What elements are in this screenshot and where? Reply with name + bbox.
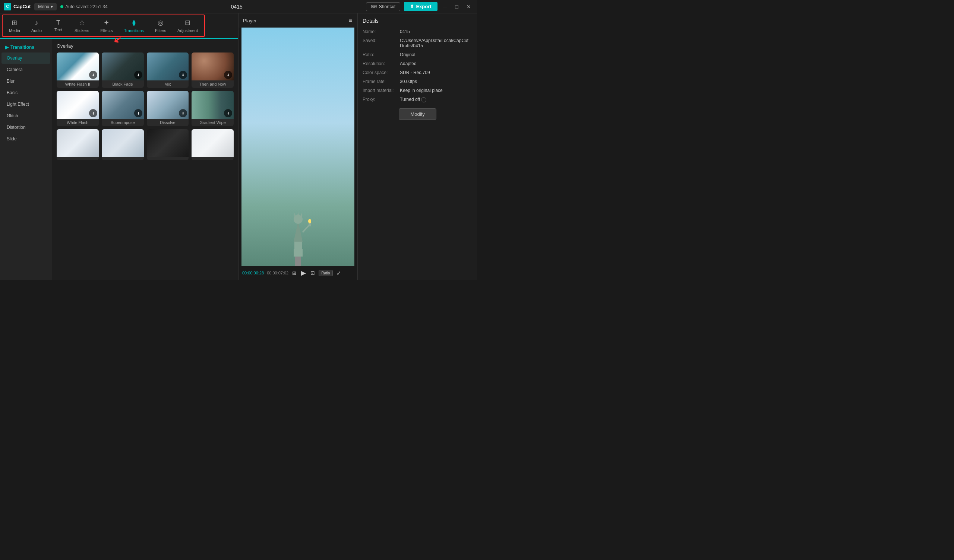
detail-ratio-label: Ratio: [363,52,400,58]
tab-transitions[interactable]: ⧫ Transitions [119,16,149,35]
svg-line-8 [302,225,309,232]
titlebar-right: ⌨ Shortcut ⬆ Export ─ □ ✕ [366,2,473,11]
svg-marker-7 [299,213,302,218]
sidebar-item-slide[interactable]: Slide [2,133,50,145]
detail-name-label: Name: [363,29,400,34]
transition-superimpose[interactable]: ⬇ Superimpose [102,91,144,126]
detail-resolution-value: Adapted [400,61,472,66]
thumb-row3d [192,129,234,157]
menu-button[interactable]: Menu ▾ [34,3,57,11]
shortcut-button[interactable]: ⌨ Shortcut [366,2,401,11]
download-white-flash-ii[interactable]: ⬇ [89,71,97,79]
screenshot-button[interactable]: ⊡ [310,269,316,277]
svg-point-10 [308,219,311,223]
svg-marker-5 [297,212,299,217]
download-mix[interactable]: ⬇ [179,71,187,79]
transition-row3d[interactable] [192,129,234,160]
transitions-label: Transitions [124,28,144,33]
close-button[interactable]: ✕ [465,3,473,11]
detail-saved-value: C:/Users/A/AppData/Local/CapCut Drafts/0… [400,38,472,48]
triangle-icon: ▶ [5,45,9,50]
download-black-fade[interactable]: ⬇ [134,71,142,79]
logo-text: CapCut [13,4,31,9]
sidebar-item-blur[interactable]: Blur [2,76,50,87]
sidebar-item-overlay[interactable]: Overlay [2,53,50,64]
tab-effects[interactable]: ✦ Effects [95,16,118,35]
text-icon: T [56,19,60,26]
transition-row3c[interactable] [147,129,189,160]
label-white-flash-ii: White Flash II [57,81,99,88]
transition-row3b[interactable] [102,129,144,160]
tab-media[interactable]: ⊞ Media [4,16,25,35]
tab-audio[interactable]: ♪ Audio [26,16,47,35]
transition-black-fade[interactable]: ⬇ Black Fade [102,53,144,88]
menu-label: Menu [38,4,49,9]
minimize-button[interactable]: ─ [441,3,449,11]
main-area: ⊞ Media ♪ Audio T Text ☆ Stickers ✦ Ef [0,13,477,280]
download-dissolve[interactable]: ⬇ [179,109,187,117]
detail-proxy-value: Turned off i [400,97,472,103]
text-label: Text [55,28,62,32]
proxy-info-icon[interactable]: i [421,97,426,103]
fullscreen-button[interactable]: ⤢ [336,269,342,277]
autosave-dot [60,5,63,8]
adjustment-icon: ⊟ [185,19,190,27]
player-menu-button[interactable]: ≡ [348,16,353,25]
tab-adjustment[interactable]: ⊟ Adjustment [172,16,203,35]
content-area: ▶ Transitions Overlay Camera Blur Basic … [0,39,238,280]
export-label: Export [416,4,431,9]
transition-white-flash-ii[interactable]: ⬇ White Flash II [57,53,99,88]
download-gradient-wipe[interactable]: ⬇ [224,109,232,117]
ratio-button[interactable]: Ratio [319,270,332,276]
label-black-fade: Black Fade [102,81,144,88]
transition-mix[interactable]: ⬇ Mix [147,53,189,88]
modify-button[interactable]: Modify [399,108,436,120]
grid-view-button[interactable]: ⊞ [292,269,297,277]
export-button[interactable]: ⬆ Export [404,2,437,11]
thumb-black-fade: ⬇ [102,53,144,81]
thumb-dissolve: ⬇ [147,91,189,119]
detail-ratio-value: Original [400,52,472,58]
transition-row3a[interactable] [57,129,99,160]
audio-label: Audio [31,28,42,33]
menu-chevron-icon: ▾ [51,4,53,9]
tab-text[interactable]: T Text [48,16,69,35]
media-icon: ⊞ [12,19,17,27]
detail-resolution: Resolution: Adapted [363,61,472,66]
sidebar-item-glitch[interactable]: Glitch [2,110,50,121]
transition-white-flash[interactable]: ⬇ White Flash [57,91,99,126]
player-header: Player ≡ [238,13,357,28]
transition-then-and-now[interactable]: ⬇ Then and Now [192,53,234,88]
play-button[interactable]: ▶ [300,268,307,278]
player-panel: Player ≡ [238,13,358,280]
download-then-and-now[interactable]: ⬇ [224,71,232,79]
sidebar-item-distortion[interactable]: Distortion [2,122,50,133]
tab-stickers[interactable]: ☆ Stickers [69,16,94,35]
sidebar-item-light-effect[interactable]: Light Effect [2,99,50,110]
tab-filters[interactable]: ◎ Filters [150,16,171,35]
export-icon: ⬆ [410,4,414,9]
transitions-panel: Overlay ⬇ White Flash II ⬇ Black Fade [52,39,238,280]
transitions-grid: ⬇ White Flash II ⬇ Black Fade ⬇ [57,53,234,160]
download-superimpose[interactable]: ⬇ [134,109,142,117]
video-preview [242,28,354,266]
svg-marker-3 [294,221,302,242]
sidebar-item-camera[interactable]: Camera [2,64,50,75]
sidebar-item-basic[interactable]: Basic [2,87,50,98]
logo-icon: C [4,3,11,11]
titlebar-left: C CapCut Menu ▾ Auto saved: 22:51:34 [4,3,108,11]
titlebar: C CapCut Menu ▾ Auto saved: 22:51:34 041… [0,0,477,13]
detail-proxy: Proxy: Turned off i [363,97,472,103]
project-title: 0415 [231,4,243,10]
maximize-button[interactable]: □ [453,3,461,11]
thumb-white-flash-ii: ⬇ [57,53,99,81]
transition-gradient-wipe[interactable]: ⬇ Gradient Wipe [192,91,234,126]
detail-ratio: Ratio: Original [363,52,472,58]
filters-label: Filters [155,28,166,33]
detail-color-value: SDR - Rec.709 [400,70,472,75]
transitions-icon: ⧫ [132,19,136,27]
transition-dissolve[interactable]: ⬇ Dissolve [147,91,189,126]
thumb-superimpose: ⬇ [102,91,144,119]
detail-import-label: Import material: [363,88,400,93]
download-white-flash[interactable]: ⬇ [89,109,97,117]
